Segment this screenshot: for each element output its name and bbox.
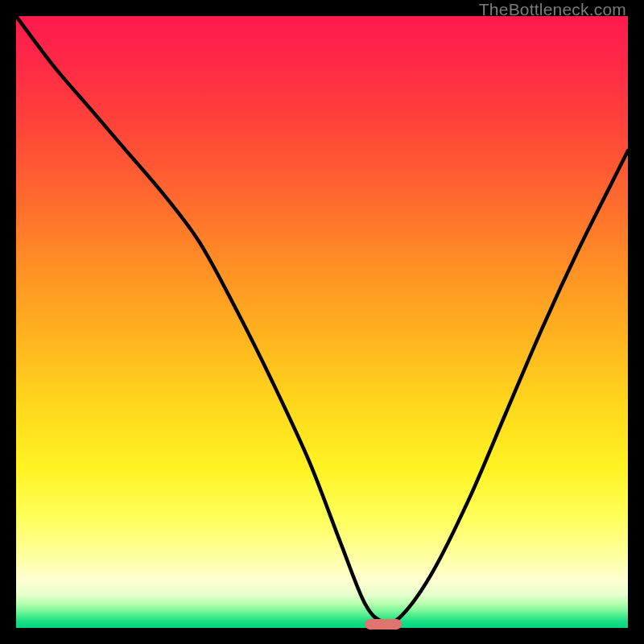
curve-path bbox=[16, 16, 628, 623]
chart-frame: TheBottleneck.com bbox=[0, 0, 644, 644]
optimal-range-marker bbox=[365, 619, 402, 630]
plot-area bbox=[16, 16, 628, 628]
bottleneck-curve bbox=[16, 16, 628, 628]
